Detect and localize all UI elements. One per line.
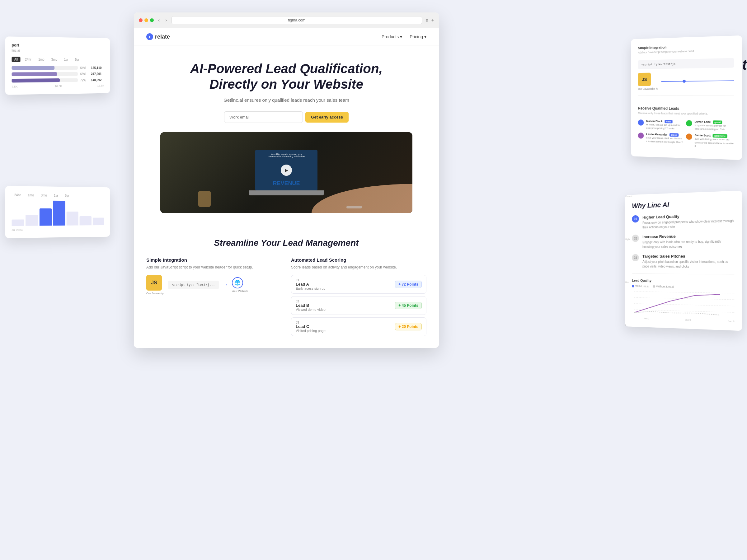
streamline-section: Streamline Your Lead Management Simple I…	[134, 222, 439, 348]
email-avatar-4	[686, 133, 692, 140]
lq-x-jan5: Jan 5	[685, 318, 691, 321]
filter-bottom-5yr[interactable]: 5yr	[62, 193, 72, 198]
browser-chrome: ‹ › figma.com ⬆ +	[134, 12, 439, 28]
email-meta-1: Marvin Black new Hi mark, can we set up …	[646, 119, 684, 130]
minimize-button[interactable]	[145, 18, 148, 22]
connector-dot	[682, 80, 686, 83]
mini-bar-chart	[11, 202, 104, 227]
why-item-desc-2: Engage only with leads who are ready to …	[642, 239, 734, 249]
lq-svg	[634, 291, 735, 319]
bottom-x-label: Jul 2024	[11, 229, 22, 232]
filter-bottom-3mo[interactable]: 3mo	[38, 193, 50, 198]
x-label-3: 13.5K	[97, 84, 104, 87]
url-bar[interactable]: figma.com	[172, 16, 422, 24]
email-badge-2: good	[713, 121, 722, 124]
lq-x-jan1: Jan 1	[644, 317, 650, 320]
filter-3mo[interactable]: 3mo	[49, 57, 60, 62]
lq-chart-lines	[634, 291, 735, 319]
hero-title: AI-Powered Lead Qualification, Directly …	[177, 61, 395, 92]
chevron-down-icon-2: ▾	[424, 34, 427, 39]
hand-decoration	[312, 165, 412, 213]
filter-1yr[interactable]: 1yr	[61, 57, 71, 62]
nav-links: Products ▾ Pricing ▾	[382, 34, 427, 39]
hero-subtitle: Getlinc.ai ensures only qualified leads …	[146, 97, 427, 103]
feature2-title: Automated Lead Scoring	[291, 257, 427, 263]
lead-item-3: 03 Lead C Visited pricing page + 20 Poin…	[291, 317, 427, 336]
laptop-base	[249, 190, 324, 195]
filter-bottom-1mo[interactable]: 1mo	[25, 193, 36, 198]
connector-line	[661, 80, 734, 81]
lq-dot-with	[632, 285, 634, 288]
logo-text: relate	[155, 34, 170, 40]
lead-action-3: Visited pricing page	[296, 329, 326, 332]
browser-window: ‹ › figma.com ⬆ + r relate Products ▾ Pr…	[134, 12, 439, 348]
laptop-screen-text: Incredible ways to increase yourrevenue …	[268, 153, 305, 157]
left-bottom-panel: 24hr 1mo 3mo 1yr 5yr Jul 2024	[5, 186, 110, 238]
x-label-1: 7.5K	[11, 85, 18, 88]
back-button[interactable]: ‹	[157, 18, 161, 23]
filter-5yr[interactable]: 5yr	[73, 57, 81, 62]
email-avatar-1	[638, 119, 644, 126]
bar-val-1: 125,110	[91, 66, 104, 70]
why-item-desc-1: Focus only on engaged prospects who show…	[642, 218, 734, 230]
why-num-3: 03	[632, 254, 639, 261]
lead-item-2: 02 Lead B Viewed demo video + 45 Points	[291, 296, 427, 315]
email-badge-3: close	[670, 133, 679, 137]
lead-name-1: Lead A	[296, 282, 325, 287]
nav-pricing[interactable]: Pricing ▾	[410, 34, 427, 39]
add-tab-icon[interactable]: +	[431, 18, 434, 23]
cta-button[interactable]: Get early access	[305, 112, 349, 123]
bottom-bar-filters: 24hr 1mo 3mo 1yr 5yr	[11, 192, 104, 198]
globe-label: Your Website	[232, 290, 248, 293]
lq-y-med: Med	[625, 281, 632, 284]
streamline-title: Streamline Your Lead Management	[146, 238, 427, 248]
coffee-cup-decoration	[198, 191, 211, 207]
filter-bottom-1yr[interactable]: 1yr	[51, 193, 61, 198]
js-row: JS Our Javascript ↻	[638, 72, 734, 90]
js-integration-visual: JS Our Javascript <script type "text/j..…	[146, 275, 282, 295]
email-avatar-3	[638, 133, 644, 139]
feature1-desc: Add our JavaScript script to your websit…	[146, 264, 282, 270]
filter-1mo[interactable]: 1mo	[36, 57, 47, 62]
lead-item-1: 01 Lead A Early acess sign up + 72 Point…	[291, 275, 427, 294]
lead-points-2: + 45 Points	[395, 302, 422, 309]
laptop-screen: Incredible ways to increase yourrevenue …	[255, 150, 317, 190]
bar-val-2: 247,901	[91, 72, 104, 76]
hero-cta: Get early access	[224, 111, 349, 123]
lead-action-2: Viewed demo video	[296, 308, 326, 312]
filter-bottom-24hr[interactable]: 24hr	[11, 192, 23, 198]
x-axis: 7.5K 10.5K 13.5K	[11, 84, 104, 88]
why-item-2: 02 Increase Revenue Engage only with lea…	[632, 233, 734, 249]
lead-num-1: 01	[296, 278, 325, 282]
lead-name-2: Lead B	[296, 303, 326, 308]
lead-num-3: 03	[296, 321, 326, 324]
email-badge-1: new	[665, 120, 672, 123]
why-content-1: Higher Lead Quality Focus only on engage…	[642, 213, 734, 230]
feature2-desc: Score leads based on activity and engage…	[291, 264, 427, 270]
why-item-title-3: Targeted Sales Pitches	[642, 254, 734, 259]
hero-title-line1: AI-Powered Lead Qualification,	[190, 61, 383, 76]
panel-title: port	[11, 43, 104, 48]
forward-button[interactable]: ›	[164, 18, 168, 23]
bar-filters: All 24hr 1mo 3mo 1yr 5yr	[11, 57, 104, 62]
lead-action-1: Early acess sign up	[296, 287, 325, 290]
lq-y-zero: 0	[625, 324, 632, 327]
share-icon[interactable]: ⬆	[425, 18, 429, 23]
filter-24hr[interactable]: 24hr	[22, 57, 34, 62]
why-item-title-2: Increase Revenue	[642, 233, 734, 239]
why-num-1: 01	[632, 215, 639, 223]
email-row-2: Leslie Alexander close Love your ideas, …	[638, 133, 734, 149]
email-meta-3: Leslie Alexander close Love your ideas, …	[646, 133, 684, 144]
nav-products[interactable]: Products ▾	[382, 34, 402, 39]
laptop-mockup: Incredible ways to increase yourrevenue …	[160, 132, 412, 213]
maximize-button[interactable]	[150, 18, 154, 22]
email-input[interactable]	[224, 111, 303, 123]
why-item-desc-3: Adjust your pitch based on specific visi…	[642, 260, 734, 269]
play-button[interactable]: ▶	[281, 165, 292, 176]
close-button[interactable]	[139, 18, 143, 22]
lead-info-3: 03 Lead C Visited pricing page	[296, 321, 326, 332]
code-snippet: <script type "text/j...	[168, 281, 218, 289]
filter-all[interactable]: All	[11, 57, 20, 62]
lq-x-jan9: Jan 9	[728, 320, 734, 323]
globe-icon: 🌐	[232, 277, 243, 288]
